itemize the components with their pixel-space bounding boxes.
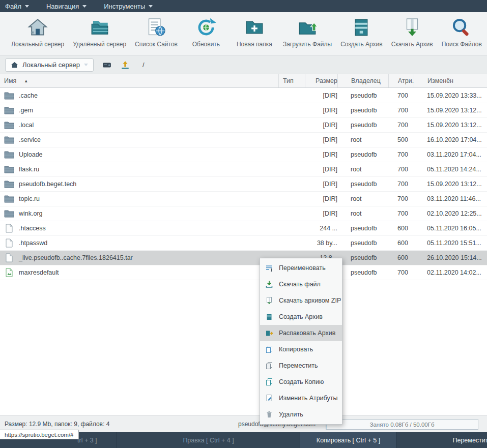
toolbar: Локальный сервер Удалённый сервер Список… <box>0 12 487 56</box>
context-menu-item[interactable]: Создать Архив <box>260 309 342 325</box>
context-menu-item[interactable]: Переместить <box>260 357 342 374</box>
file-owner: root <box>337 136 388 143</box>
context-menu-item-label: Изменить Атрибуты <box>279 395 337 402</box>
file-modified: 16.10.2020 17:04... <box>414 136 487 143</box>
table-row[interactable]: .gem [DIR] pseudofb 700 15.09.2020 13:12… <box>0 103 487 118</box>
context-menu-item-label: Создать Архив <box>279 313 323 320</box>
file-attrs: 700 <box>388 210 414 217</box>
table-row[interactable]: .htpasswd 38 by... pseudofb 600 05.11.20… <box>0 236 487 251</box>
toolbar-button[interactable]: Создать Архив <box>340 17 383 55</box>
toolbar-button[interactable]: Скачать Архив <box>391 17 433 55</box>
table-row[interactable]: .cache [DIR] pseudofb 700 15.09.2020 13:… <box>0 88 487 103</box>
file-owner: pseudofb <box>337 107 388 114</box>
file-size: [DIR] <box>305 210 337 217</box>
table-row[interactable]: .local [DIR] pseudofb 700 15.09.2020 13:… <box>0 118 487 133</box>
file-name-cell: .service <box>0 135 278 144</box>
toolbar-button[interactable]: Удалённый сервер <box>73 17 126 55</box>
menubar-item[interactable]: Файл <box>5 0 29 12</box>
attributes-icon <box>265 394 273 402</box>
context-menu-item[interactable]: Переименовать <box>260 260 342 276</box>
file-name-cell: Uploade <box>0 150 278 159</box>
context-menu-item[interactable]: Создать Копию <box>260 374 342 390</box>
path-toolbuttons <box>100 59 132 71</box>
table-row[interactable]: .htaccess 244 ... pseudofb 600 05.11.202… <box>0 221 487 236</box>
table-row[interactable]: wink.org [DIR] root 700 02.10.2020 12:25… <box>0 206 487 221</box>
delete-icon <box>265 410 273 419</box>
toolbar-button[interactable]: Загрузить Файлы <box>283 17 332 55</box>
context-menu-item[interactable]: Скачать файл <box>260 276 342 292</box>
disk-quota-bar: Занято 0.08Гб / 50.00Гб <box>326 419 478 430</box>
move-icon <box>265 362 273 370</box>
file-owner: pseudofb <box>337 92 388 99</box>
table-row[interactable]: maxresdefault pseudofb 700 02.11.2020 14… <box>0 265 487 280</box>
toolbar-button[interactable]: Локальный сервер <box>11 17 64 55</box>
file-owner: pseudofb <box>337 225 388 232</box>
file-name: flask.ru <box>19 166 39 173</box>
column-header-owner[interactable]: Владелец <box>337 74 388 87</box>
file-name-cell: .cache <box>0 91 278 100</box>
table-row[interactable]: _live.pseudofb..cache.7files.1826415.tar… <box>0 251 487 265</box>
file-name: .htaccess <box>19 225 46 232</box>
column-header-attrs[interactable]: Атри... <box>388 74 414 87</box>
column-header-type[interactable]: Тип <box>278 74 305 87</box>
file-name-cell: pseudofb.beget.tech <box>0 180 278 189</box>
file-manager-window: Файл Навигация Инструменты Локальный сер… <box>0 0 487 448</box>
disk-icon <box>102 61 111 70</box>
file-size: [DIR] <box>305 92 337 99</box>
server-select-dropdown[interactable]: Локальный сервер <box>5 58 94 72</box>
context-menu-item[interactable]: Скачать архивом ZIP <box>260 292 342 309</box>
column-header-name[interactable]: Имя ▲ <box>0 74 278 87</box>
context-menu-item[interactable]: Удалить <box>260 406 342 423</box>
file-name: .htpasswd <box>19 240 47 247</box>
server-select-label: Локальный сервер <box>22 61 80 69</box>
file-owner: pseudofb <box>337 240 388 247</box>
toolbar-button[interactable]: Поиск Файлов <box>442 17 482 55</box>
column-header-size[interactable]: Размер <box>305 74 337 87</box>
context-menu-item[interactable]: Копировать <box>260 341 342 357</box>
file-owner: root <box>337 195 388 202</box>
table-row[interactable]: flask.ru [DIR] root 700 05.11.2020 14:24… <box>0 162 487 177</box>
table-row[interactable]: topic.ru [DIR] root 700 03.11.2020 11:46… <box>0 192 487 206</box>
path-tool-button[interactable] <box>118 59 132 71</box>
toolbar-button-label: Новая папка <box>237 41 272 48</box>
file-attrs: 700 <box>388 195 414 202</box>
menubar-item[interactable]: Инструменты <box>104 0 153 12</box>
context-menu-item-label: Удалить <box>279 411 303 418</box>
hotkey-button[interactable]: Копировать [ Ctrl + 5 ] <box>300 432 397 448</box>
toolbar-button[interactable]: Новая папка <box>235 17 274 55</box>
toolbar-button[interactable]: Обновить <box>186 17 226 55</box>
chevron-down-icon <box>82 5 87 8</box>
hotkey-button[interactable]: Правка [ Ctrl + 4 ] <box>117 432 300 448</box>
file-size: [DIR] <box>305 195 337 202</box>
file-name-cell: flask.ru <box>0 165 278 174</box>
table-row[interactable]: pseudofb.beget.tech [DIR] pseudofb 700 1… <box>0 177 487 192</box>
context-menu-item[interactable]: Изменить Атрибуты <box>260 390 342 406</box>
file-modified: 05.11.2020 14:24... <box>414 166 487 173</box>
file-owner: pseudofb <box>337 181 388 188</box>
rename-icon <box>265 264 273 272</box>
folder-icon <box>4 165 14 174</box>
file-owner: pseudofb <box>337 151 388 158</box>
new-folder-icon <box>244 17 265 38</box>
current-path: / <box>142 61 145 69</box>
file-icon <box>4 253 14 262</box>
table-row[interactable]: .service [DIR] root 500 16.10.2020 17:04… <box>0 133 487 147</box>
toolbar-button[interactable]: Список Сайтов <box>135 17 178 55</box>
toolbar-button-label: Обновить <box>192 41 220 48</box>
download-file-icon <box>265 280 273 288</box>
table-row[interactable]: Uploade [DIR] pseudofb 700 03.11.2020 17… <box>0 147 487 162</box>
file-name-cell: .htaccess <box>0 224 278 233</box>
file-name: .cache <box>19 92 38 99</box>
file-attrs: 700 <box>388 151 414 158</box>
context-menu-item[interactable]: Распаковать Архив <box>260 325 342 341</box>
file-name-cell: _live.pseudofb..cache.7files.1826415.tar <box>0 253 278 262</box>
context-menu-item-label: Скачать файл <box>279 281 321 288</box>
file-modified: 15.09.2020 13:12... <box>414 181 487 188</box>
menubar-item[interactable]: Навигация <box>46 0 87 12</box>
file-modified: 26.10.2020 15:14... <box>414 254 487 261</box>
file-size: [DIR] <box>305 151 337 158</box>
column-header-modified[interactable]: Изменён <box>414 74 487 87</box>
hotkey-button[interactable]: Переместит <box>397 432 487 448</box>
path-tool-button[interactable] <box>100 59 114 71</box>
hotkey-button-label: Копировать [ Ctrl + 5 ] <box>317 437 380 444</box>
